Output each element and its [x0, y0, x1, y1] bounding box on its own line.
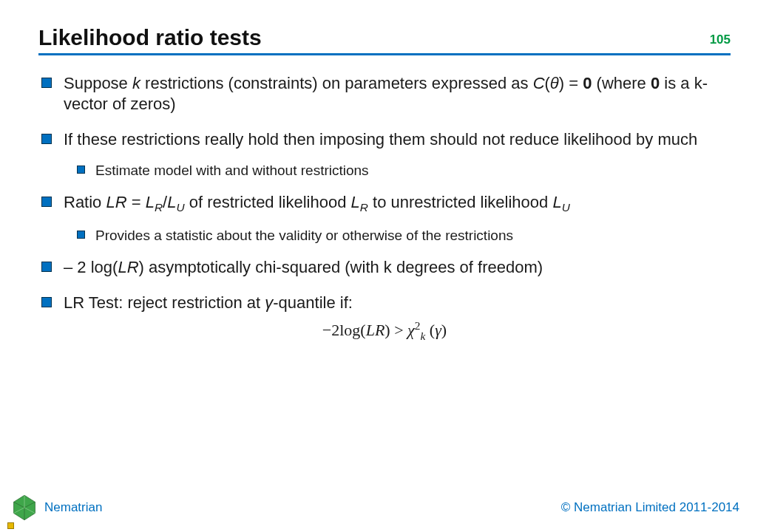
equation: −2log(LR) > χ2k (γ) — [38, 319, 731, 343]
bullet-2: If these restrictions really hold then i… — [41, 129, 731, 150]
bullet-5: LR Test: reject restriction at γ-quantil… — [41, 293, 731, 313]
square-bullet-icon — [41, 78, 52, 88]
decorative-square-icon — [7, 522, 14, 529]
bullet-3: Ratio LR = LR/LU of restricted likelihoo… — [41, 192, 731, 215]
bullet-4-text: – 2 log(LR) asymptotically chi-squared (… — [64, 257, 543, 278]
square-bullet-icon — [77, 166, 85, 174]
slide-title: Likelihood ratio tests — [38, 25, 262, 50]
sub-bullet-2-1: Estimate model with and without restrict… — [77, 162, 731, 180]
bullet-5-text: LR Test: reject restriction at γ-quantil… — [64, 293, 353, 313]
sub-bullet-list-2: Provides a statistic about the validity … — [38, 227, 731, 245]
square-bullet-icon — [41, 262, 52, 272]
page-number: 105 — [710, 33, 731, 50]
bullet-1: Suppose k restrictions (constraints) on … — [41, 73, 731, 115]
sub-bullet-3-1-text: Provides a statistic about the validity … — [95, 227, 513, 245]
bullet-list-cont: Ratio LR = LR/LU of restricted likelihoo… — [38, 192, 731, 215]
square-bullet-icon — [41, 134, 52, 144]
sub-bullet-3-1: Provides a statistic about the validity … — [77, 227, 731, 245]
brand-block: Nematrian — [10, 494, 102, 522]
square-bullet-icon — [41, 297, 52, 307]
bullet-1-text: Suppose k restrictions (constraints) on … — [64, 73, 731, 115]
bullet-4: – 2 log(LR) asymptotically chi-squared (… — [41, 257, 731, 278]
sub-bullet-list-1: Estimate model with and without restrict… — [38, 162, 731, 180]
bullet-2-text: If these restrictions really hold then i… — [64, 129, 697, 150]
header: Likelihood ratio tests 105 — [38, 25, 731, 55]
sub-bullet-2-1-text: Estimate model with and without restrict… — [95, 162, 369, 180]
copyright-text: © Nematrian Limited 2011-2014 — [561, 500, 739, 515]
footer: Nematrian © Nematrian Limited 2011-2014 — [0, 492, 769, 523]
square-bullet-icon — [41, 197, 52, 207]
logo-icon — [10, 494, 38, 522]
brand-name: Nematrian — [44, 500, 102, 515]
slide: Likelihood ratio tests 105 Suppose k res… — [0, 0, 769, 532]
bullet-list-cont2: – 2 log(LR) asymptotically chi-squared (… — [38, 257, 731, 313]
bullet-3-text: Ratio LR = LR/LU of restricted likelihoo… — [64, 192, 570, 215]
square-bullet-icon — [77, 231, 85, 239]
bullet-list: Suppose k restrictions (constraints) on … — [38, 73, 731, 150]
